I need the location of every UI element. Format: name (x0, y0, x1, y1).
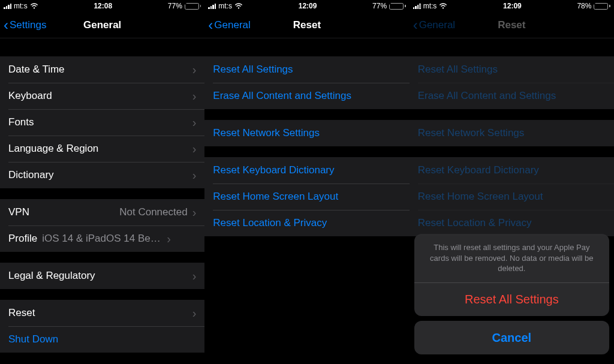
chevron-right-icon: › (192, 116, 197, 130)
erase-all-content: Erase All Content and Settings (410, 83, 614, 109)
battery-pct: 77% (372, 2, 387, 10)
back-label: Settings (10, 19, 46, 31)
reset-all-settings[interactable]: Reset All Settings (204, 56, 409, 83)
sheet-reset-button[interactable]: Reset All Settings (414, 282, 609, 316)
status-right: 78% ✦ (577, 2, 610, 10)
status-left: mt:s (4, 2, 38, 10)
status-right: 77% ✦ (372, 2, 406, 10)
nav-bar: ‹ General Reset (410, 12, 614, 38)
nav-bar: ‹ General Reset (204, 12, 409, 38)
row-language-region[interactable]: Language & Region› (0, 136, 204, 162)
screen-reset-confirm: mt:s 12:09 78% ✦ ‹ General Reset Reset A… (410, 0, 614, 364)
vpn-status: Not Connected (119, 206, 187, 218)
action-sheet: This will reset all settings and your Ap… (414, 234, 609, 359)
sheet-main: This will reset all settings and your Ap… (414, 234, 609, 316)
battery-icon: ✦ (185, 3, 201, 10)
chevron-right-icon: › (192, 89, 197, 103)
group-reset-c: Reset Keyboard Dictionary Reset Home Scr… (410, 157, 614, 236)
status-right: 77% ✦ (168, 2, 201, 10)
carrier-label: mt:s (14, 2, 28, 10)
carrier-label: mt:s (218, 2, 232, 10)
group-reset-b: Reset Network Settings (204, 120, 409, 146)
chevron-right-icon: › (192, 63, 197, 77)
back-label: General (419, 19, 455, 31)
reset-location-privacy: Reset Location & Privacy (410, 210, 614, 236)
reset-keyboard-dictionary: Reset Keyboard Dictionary (410, 157, 614, 183)
row-legal-regulatory[interactable]: Legal & Regulatory› (0, 263, 204, 289)
group-vpn-profile: VPNNot Connected› ProfileiOS 14 & iPadOS… (0, 199, 204, 252)
sheet-cancel-button[interactable]: Cancel (414, 321, 609, 354)
chevron-right-icon: › (192, 306, 197, 320)
group-reset-c: Reset Keyboard Dictionary Reset Home Scr… (204, 157, 409, 236)
reset-location-privacy[interactable]: Reset Location & Privacy (204, 210, 409, 236)
back-button: ‹ General (410, 18, 455, 32)
reset-network-settings: Reset Network Settings (410, 120, 614, 146)
group-reset-a: Reset All Settings Erase All Content and… (410, 56, 614, 109)
back-button[interactable]: ‹ Settings (0, 18, 46, 32)
status-time: 12:08 (94, 2, 112, 10)
row-keyboard[interactable]: Keyboard› (0, 83, 204, 109)
reset-keyboard-dictionary[interactable]: Reset Keyboard Dictionary (204, 157, 409, 183)
chevron-right-icon: › (192, 206, 197, 219)
reset-home-screen-layout: Reset Home Screen Layout (410, 183, 614, 210)
status-left: mt:s (413, 2, 448, 10)
row-profile[interactable]: ProfileiOS 14 & iPadOS 14 Beta Softwar…› (0, 225, 204, 252)
chevron-right-icon: › (167, 232, 171, 246)
erase-all-content[interactable]: Erase All Content and Settings (204, 83, 409, 109)
back-label: General (214, 19, 250, 31)
signal-icon (413, 3, 421, 9)
chevron-right-icon: › (192, 142, 197, 156)
chevron-left-icon: ‹ (4, 18, 8, 32)
wifi-icon (30, 3, 38, 9)
status-left: mt:s (208, 2, 243, 10)
group-reset-b: Reset Network Settings (410, 120, 614, 146)
reset-home-screen-layout[interactable]: Reset Home Screen Layout (204, 183, 409, 210)
sheet-cancel-block: Cancel (414, 321, 609, 354)
screen-general: mt:s 12:08 77% ✦ ‹ Settings General Date… (0, 0, 204, 364)
back-button[interactable]: ‹ General (204, 18, 250, 32)
wifi-icon (439, 3, 447, 9)
reset-all-settings: Reset All Settings (410, 56, 614, 83)
screen-reset: mt:s 12:09 77% ✦ ‹ General Reset Reset A… (204, 0, 409, 364)
nav-bar: ‹ Settings General (0, 12, 204, 38)
status-time: 12:09 (503, 2, 522, 10)
group-legal: Legal & Regulatory› (0, 263, 204, 289)
battery-icon: ✦ (389, 3, 406, 10)
signal-icon (4, 3, 11, 9)
chevron-right-icon: › (192, 269, 197, 283)
battery-pct: 77% (168, 2, 182, 10)
battery-pct: 78% (577, 2, 591, 10)
chevron-left-icon: ‹ (208, 18, 213, 32)
group-datetime: Date & Time› Keyboard› Fonts› Language &… (0, 56, 204, 188)
status-time: 12:09 (299, 2, 317, 10)
chevron-left-icon: ‹ (413, 18, 418, 32)
row-fonts[interactable]: Fonts› (0, 109, 204, 136)
wifi-icon (234, 3, 243, 9)
row-reset[interactable]: Reset› (0, 300, 204, 326)
group-reset-a: Reset All Settings Erase All Content and… (204, 56, 409, 109)
row-vpn[interactable]: VPNNot Connected› (0, 199, 204, 225)
group-reset-shutdown: Reset› Shut Down (0, 300, 204, 353)
status-bar: mt:s 12:09 78% ✦ (410, 0, 614, 12)
carrier-label: mt:s (423, 2, 437, 10)
signal-icon (208, 3, 216, 9)
battery-icon: ✦ (594, 3, 610, 10)
status-bar: mt:s 12:08 77% ✦ (0, 0, 204, 12)
reset-network-settings[interactable]: Reset Network Settings (204, 120, 409, 146)
sheet-message: This will reset all settings and your Ap… (414, 234, 609, 282)
row-date-time[interactable]: Date & Time› (0, 56, 204, 83)
status-bar: mt:s 12:09 77% ✦ (204, 0, 409, 12)
chevron-right-icon: › (192, 169, 197, 182)
profile-value: iOS 14 & iPadOS 14 Beta Softwar… (42, 233, 162, 245)
row-dictionary[interactable]: Dictionary› (0, 162, 204, 188)
row-shut-down[interactable]: Shut Down (0, 326, 204, 353)
